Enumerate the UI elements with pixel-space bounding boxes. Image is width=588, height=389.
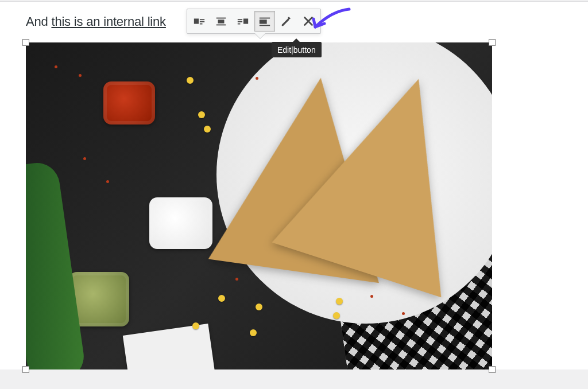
image-content	[26, 42, 492, 369]
selected-image[interactable]	[26, 42, 492, 369]
text-before: And	[26, 14, 51, 29]
svg-rect-0	[194, 18, 199, 24]
editor-content-area[interactable]: And this is an internal link to a page o…	[0, 1, 588, 369]
svg-rect-1	[200, 19, 204, 20]
svg-rect-4	[216, 18, 226, 19]
align-none-button[interactable]	[254, 11, 275, 32]
align-left-button[interactable]	[189, 11, 210, 32]
svg-rect-3	[200, 24, 203, 25]
resize-handle-top-left[interactable]	[22, 39, 29, 46]
svg-rect-8	[238, 19, 242, 20]
align-none-icon	[258, 15, 271, 28]
resize-handle-top-right[interactable]	[489, 39, 496, 46]
align-right-button[interactable]	[233, 11, 253, 32]
align-center-icon	[215, 15, 227, 28]
align-center-button[interactable]	[211, 11, 231, 32]
svg-rect-6	[216, 25, 226, 26]
svg-rect-13	[260, 25, 270, 26]
image-inline-toolbar	[187, 9, 321, 34]
resize-handle-bottom-left[interactable]	[22, 366, 29, 373]
resize-handle-bottom-right[interactable]	[489, 366, 496, 373]
align-left-icon	[193, 15, 206, 28]
close-icon	[302, 15, 315, 28]
svg-rect-12	[260, 20, 267, 24]
edit-tooltip: Edit|button	[272, 42, 322, 57]
pencil-icon	[280, 15, 293, 28]
svg-rect-9	[238, 21, 242, 22]
svg-rect-10	[238, 24, 241, 25]
svg-rect-5	[218, 20, 225, 23]
internal-link[interactable]: this is an internal link	[51, 14, 165, 29]
svg-rect-2	[200, 21, 204, 22]
svg-rect-7	[243, 18, 248, 24]
remove-button[interactable]	[298, 11, 319, 32]
tooltip-text: Edit|button	[277, 45, 316, 55]
align-right-icon	[237, 15, 249, 28]
edit-button[interactable]	[276, 11, 297, 32]
svg-rect-11	[260, 18, 270, 19]
image-toolbar-wrap: Edit|button	[187, 9, 321, 34]
